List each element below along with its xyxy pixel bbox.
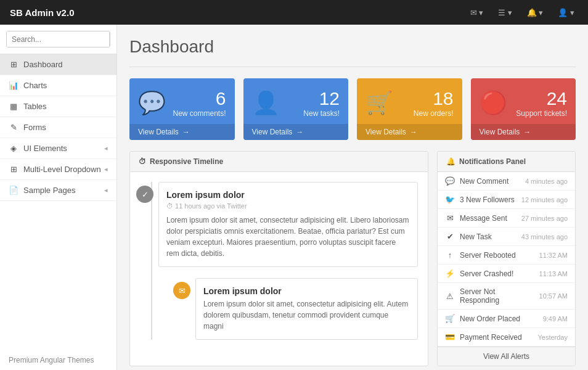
notif-text: Server Crashed! bbox=[460, 269, 534, 278]
top-navigation: SB Admin v2.0 ✉ ▾ ☰ ▾ 🔔 ▾ 👤 ▾ bbox=[0, 0, 588, 25]
view-all-alerts-btn[interactable]: View All Alerts bbox=[438, 347, 575, 366]
sidebar: 🔍 ⊞ Dashboard 📊 Charts ▦ Tables bbox=[0, 25, 117, 370]
tasks-count: 12 bbox=[303, 88, 340, 109]
timeline-header-label: Responsive Timeline bbox=[150, 157, 223, 166]
page-title: Dashboard bbox=[129, 37, 576, 57]
view-details-label: View Details bbox=[138, 128, 179, 136]
notif-text: Message Sent bbox=[460, 214, 517, 223]
notif-text: New Comment bbox=[460, 177, 520, 186]
chevron-right-icon: ◂ bbox=[104, 165, 108, 173]
notif-time: 12 minutes ago bbox=[521, 196, 568, 204]
timeline-badge-mail: ✉ bbox=[173, 282, 190, 299]
sidebar-item-dashboard[interactable]: ⊞ Dashboard bbox=[0, 54, 116, 75]
notif-text: Payment Received bbox=[460, 333, 533, 342]
mail-nav-btn[interactable]: ✉ ▾ bbox=[467, 7, 488, 18]
notif-time: 27 minutes ago bbox=[521, 215, 568, 222]
sidebar-item-label: Charts bbox=[23, 81, 47, 90]
support-view-details[interactable]: View Details → bbox=[471, 124, 576, 140]
notif-text: Server Not Responding bbox=[460, 287, 534, 305]
notif-text: 3 New Followers bbox=[460, 195, 517, 204]
sidebar-nav: ⊞ Dashboard 📊 Charts ▦ Tables ✎ F bbox=[0, 54, 116, 350]
sidebar-item-ui-elements[interactable]: ◈ UI Elements ◂ bbox=[0, 138, 116, 159]
search-button[interactable]: 🔍 bbox=[109, 31, 110, 47]
orders-label: New orders! bbox=[414, 109, 454, 118]
lightning-icon: ⚡ bbox=[445, 269, 455, 278]
timeline: ✓ Lorem ipsum dolor ⏱ 11 hours ago via T… bbox=[140, 182, 418, 340]
main-content: Dashboard 💬 6 New comments! View Details… bbox=[117, 25, 588, 370]
bottom-section: ⏱ Responsive Timeline ✓ Lorem ipsum dolo… bbox=[129, 151, 576, 366]
notif-time: 10:57 AM bbox=[539, 292, 568, 300]
notif-item-payment: 💳 Payment Received Yesterday bbox=[438, 328, 575, 347]
view-details-label: View Details bbox=[252, 128, 293, 136]
notif-item-order: 🛒 New Order Placed 9:49 AM bbox=[438, 310, 575, 328]
ui-elements-icon: ◈ bbox=[9, 144, 18, 153]
view-details-label: View Details bbox=[365, 128, 406, 136]
upload-icon: ↑ bbox=[445, 250, 455, 260]
comment-icon: 💬 bbox=[445, 176, 455, 186]
sidebar-item-charts[interactable]: 📊 Charts bbox=[0, 75, 116, 96]
brand-title: SB Admin v2.0 bbox=[10, 7, 467, 18]
topnav-icons: ✉ ▾ ☰ ▾ 🔔 ▾ 👤 ▾ bbox=[467, 7, 579, 18]
orders-icon: 🛒 bbox=[365, 90, 393, 116]
orders-count: 18 bbox=[414, 88, 454, 109]
notif-text: Server Rebooted bbox=[460, 251, 534, 260]
tables-icon: ▦ bbox=[9, 102, 18, 111]
timeline-panel: ⏱ Responsive Timeline ✓ Lorem ipsum dolo… bbox=[129, 151, 428, 366]
notif-item-message: ✉ Message Sent 27 minutes ago bbox=[438, 209, 575, 228]
sidebar-item-sample-pages[interactable]: 📄 Sample Pages ◂ bbox=[0, 180, 116, 201]
list-nav-btn[interactable]: ☰ ▾ bbox=[494, 7, 516, 18]
sidebar-premium-link[interactable]: Premium Angular Themes bbox=[0, 350, 116, 370]
page-wrapper: 🔍 ⊞ Dashboard 📊 Charts ▦ Tables bbox=[0, 25, 588, 370]
sidebar-search-area: 🔍 bbox=[0, 25, 116, 54]
sidebar-item-label: Forms bbox=[23, 123, 46, 132]
notif-time: Yesterday bbox=[537, 334, 568, 341]
sidebar-item-tables[interactable]: ▦ Tables bbox=[0, 96, 116, 117]
comments-label: New comments! bbox=[173, 109, 226, 118]
sidebar-item-forms[interactable]: ✎ Forms bbox=[0, 117, 116, 138]
orders-view-details[interactable]: View Details → bbox=[357, 124, 462, 140]
tasks-icon: 👤 bbox=[252, 90, 280, 116]
twitter-icon: 🐦 bbox=[445, 195, 455, 204]
tasks-view-details[interactable]: View Details → bbox=[243, 124, 349, 140]
forms-icon: ✎ bbox=[9, 123, 18, 132]
payment-icon: 💳 bbox=[445, 332, 455, 342]
bell-nav-btn[interactable]: 🔔 ▾ bbox=[523, 7, 547, 18]
arrow-right-icon: → bbox=[182, 128, 190, 136]
search-input[interactable] bbox=[7, 31, 109, 47]
timeline-item: ✉ Lorem ipsum dolor Lorem ipsum dolor si… bbox=[195, 278, 418, 340]
stat-card-tasks: 👤 12 New tasks! View Details → bbox=[243, 78, 349, 140]
notif-time: 11:32 AM bbox=[539, 252, 568, 259]
sidebar-item-label: Multi-Level Dropdown bbox=[23, 165, 101, 174]
cart-icon: 🛒 bbox=[445, 314, 455, 323]
user-nav-btn[interactable]: 👤 ▾ bbox=[554, 7, 578, 18]
notif-item-comment: 💬 New Comment 4 minutes ago bbox=[438, 172, 575, 191]
bell-icon: 🔔 bbox=[446, 157, 455, 166]
warning-icon: ⚠ bbox=[445, 292, 455, 301]
sidebar-item-label: Tables bbox=[23, 102, 47, 111]
comments-icon: 💬 bbox=[138, 90, 166, 116]
tasks-label: New tasks! bbox=[303, 109, 340, 118]
timeline-card-text: Lorem ipsum dolor sit amet, consectetur … bbox=[166, 215, 410, 259]
charts-icon: 📊 bbox=[9, 81, 18, 90]
search-wrap: 🔍 bbox=[6, 31, 110, 47]
stat-card-orders: 🛒 18 New orders! View Details → bbox=[357, 78, 462, 140]
sidebar-item-label: Dashboard bbox=[23, 60, 63, 69]
sidebar-item-label: UI Elements bbox=[23, 144, 67, 153]
clock-icon: ⏱ bbox=[139, 157, 146, 166]
envelope-icon: ✉ bbox=[445, 213, 455, 223]
timeline-body: ✓ Lorem ipsum dolor ⏱ 11 hours ago via T… bbox=[130, 172, 428, 351]
notif-text: New Order Placed bbox=[460, 314, 538, 323]
notif-item-not-responding: ⚠ Server Not Responding 10:57 AM bbox=[438, 283, 575, 310]
arrow-right-icon: → bbox=[296, 128, 303, 136]
support-label: Support tickets! bbox=[516, 109, 567, 118]
notifications-panel: 🔔 Notifications Panel 💬 New Comment 4 mi… bbox=[437, 151, 576, 366]
title-divider bbox=[129, 67, 576, 67]
comments-view-details[interactable]: View Details → bbox=[129, 124, 235, 140]
notif-time: 9:49 AM bbox=[543, 315, 568, 323]
sidebar-item-multi-level[interactable]: ⊞ Multi-Level Dropdown ◂ bbox=[0, 159, 116, 180]
dashboard-icon: ⊞ bbox=[9, 60, 18, 69]
arrow-right-icon: → bbox=[410, 128, 417, 136]
chevron-right-icon: ◂ bbox=[104, 186, 108, 194]
timeline-item: ✓ Lorem ipsum dolor ⏱ 11 hours ago via T… bbox=[158, 182, 418, 267]
notif-text: New Task bbox=[460, 232, 517, 241]
